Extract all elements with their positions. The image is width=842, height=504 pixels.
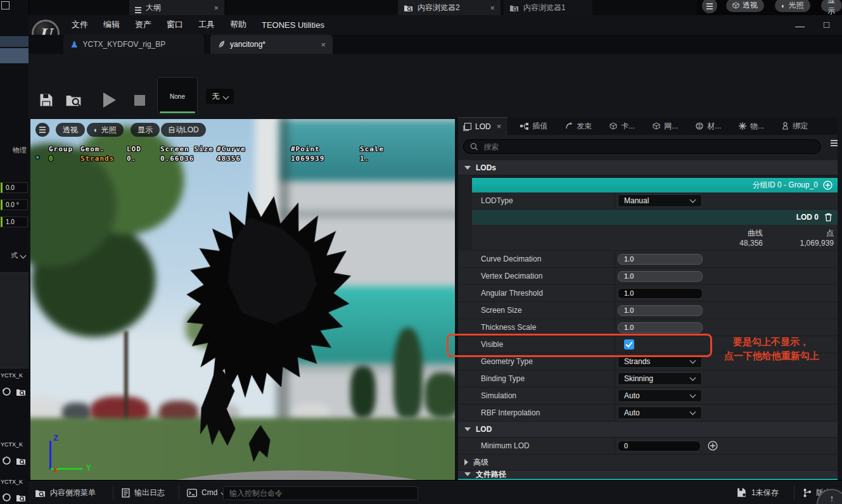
folder-search-icon[interactable] [16,457,26,465]
tab-rig-blueprint[interactable]: ♟ YCTX_KYDFOV_rig_BP [63,35,204,54]
tab-outliner[interactable]: 大纲 × [129,0,224,15]
curve-decimation-input[interactable]: 1.0 [618,254,703,265]
location-field[interactable]: 0.0 [1,182,28,193]
compile-status-box[interactable]: None [157,77,198,115]
minimum-lod-input[interactable]: 0 [618,441,701,451]
advanced-category-header[interactable]: 高级 [458,455,838,470]
tab-content-browser-2[interactable]: 内容浏览器2 × [398,0,501,15]
property-label: Visible [481,340,503,349]
physics-tab[interactable]: 物理 [0,146,27,155]
asset-actions [2,493,26,502]
tab-interpolation[interactable]: 插值 [514,117,554,135]
screen-size-input[interactable]: 1.0 [618,305,703,316]
cmd-dropdown[interactable]: Cmd [187,481,226,504]
strands-icon [565,122,573,130]
delete-lod-trash-icon[interactable] [824,213,832,222]
tab-binding[interactable]: 绑定 [775,117,814,135]
list-item[interactable] [0,48,29,63]
rbf-interpolation-dropdown[interactable]: Auto [618,406,702,419]
hair-groom-mesh[interactable] [153,174,371,476]
menu-window[interactable]: 窗口 [167,19,183,30]
viewport-lit-button[interactable]: ◐光照 [87,123,124,137]
lods-header-label: LODs [476,163,496,172]
maximize-button[interactable]: □ [824,19,829,30]
revert-icon[interactable] [2,456,11,465]
simulation-dropdown[interactable]: Auto [618,389,702,402]
add-lod-icon[interactable] [823,180,832,190]
tab-binding-label: 绑定 [793,121,808,132]
revert-icon[interactable] [2,493,11,502]
compile-status-label: None [158,78,197,115]
tab-content-browser-1[interactable]: 内容浏览器1 [504,0,592,15]
mode-dropdown[interactable]: 式 [0,251,27,260]
list-item[interactable] [0,36,29,47]
add-override-icon[interactable] [708,441,718,451]
folder-search-icon [509,4,519,12]
rotation-field[interactable]: 0.0 ° [1,199,28,210]
hamburger-menu-icon[interactable] [702,0,717,13]
menu-asset[interactable]: 资产 [135,19,151,30]
property-row-vertex-decimation: Vertex Decimation 1.0 [458,268,838,285]
menu-file[interactable]: 文件 [72,19,88,30]
scale-field[interactable]: 1.0 [1,217,28,227]
unsaved-label: 1未保存 [751,488,779,498]
viewport[interactable]: 透视 ◐光照 显示 自动LOD Group Geom. LOD Screen S… [30,119,455,480]
menu-teones-utilities[interactable]: TEONES Utilities [262,20,324,30]
tab-lod[interactable]: LOD × [458,117,507,135]
tab-yancitong[interactable]: yancitong* × [210,35,333,54]
folder-search-icon[interactable] [16,387,26,396]
tab-physics[interactable]: 物... [732,117,770,135]
lod-category-header[interactable]: LOD [458,422,838,438]
search-box[interactable] [463,139,821,154]
menu-tools[interactable]: 工具 [198,19,215,30]
lodtype-dropdown[interactable]: Manual [618,194,702,207]
filepath-header-label: 文件路径 [476,470,506,479]
search-input[interactable] [482,142,814,152]
lods-category-header[interactable]: LODs [458,160,838,175]
panel-scrollbar[interactable] [838,117,842,480]
output-log-button[interactable]: 输出日志 [122,481,165,504]
visible-checkbox[interactable] [624,339,634,350]
perspective-button[interactable]: 透视 [726,0,764,12]
viewport-show-button[interactable]: 显示 [131,123,160,137]
vertex-decimation-input[interactable]: 1.0 [618,271,703,282]
tab-mesh[interactable]: 网... [646,117,684,135]
lod0-bar[interactable]: LOD 0 [472,210,838,225]
angular-threshold-input[interactable]: 1.0 [618,288,703,299]
thickness-scale-input[interactable]: 1.0 [618,322,703,333]
lod-stats-block: 曲线 点 48,356 1,069,939 [472,225,838,251]
tab-material[interactable]: 材... [689,117,727,135]
viewport-menu-button[interactable] [35,123,49,137]
tab-strands[interactable]: 发束 [559,117,598,135]
group-bar[interactable]: 分组ID 0 - Group_0 [472,178,838,192]
asset-label: YCTX_K [1,479,23,485]
minimize-button[interactable]: — [795,20,805,31]
close-icon[interactable]: × [214,3,219,13]
stop-button[interactable] [134,95,145,106]
browse-asset-icon[interactable] [65,92,82,107]
geometry-type-dropdown[interactable]: Strands [618,355,702,368]
binding-type-dropdown[interactable]: Skinning [618,372,702,385]
tab-cards[interactable]: 卡... [603,117,641,135]
folder-search-icon[interactable] [16,493,26,502]
viewport-perspective-button[interactable]: 透视 [56,123,85,137]
play-button[interactable] [103,92,116,108]
show-button[interactable]: 显示 [821,0,842,12]
save-icon[interactable] [39,93,53,107]
console-command-input[interactable] [223,486,418,500]
menu-edit[interactable]: 编辑 [103,19,120,30]
filepath-category-header[interactable]: 文件路径 [458,470,838,479]
close-icon[interactable]: × [490,3,495,13]
menu-help[interactable]: 帮助 [230,19,246,30]
content-drawer-button[interactable]: 内容侧滑菜单 [35,481,96,504]
close-icon[interactable]: × [497,122,502,131]
lit-button[interactable]: ◐ 光照 [775,0,810,12]
hamburger-icon [39,127,46,128]
stats-header-lod: LOD [127,145,141,153]
close-icon[interactable]: × [321,40,326,49]
material-sphere-icon [696,122,703,130]
unsaved-button[interactable]: 1未保存 [737,481,779,504]
language-dropdown[interactable]: 无 [206,89,234,104]
viewport-autolod-button[interactable]: 自动LOD [161,123,206,137]
revert-icon[interactable] [2,387,11,396]
